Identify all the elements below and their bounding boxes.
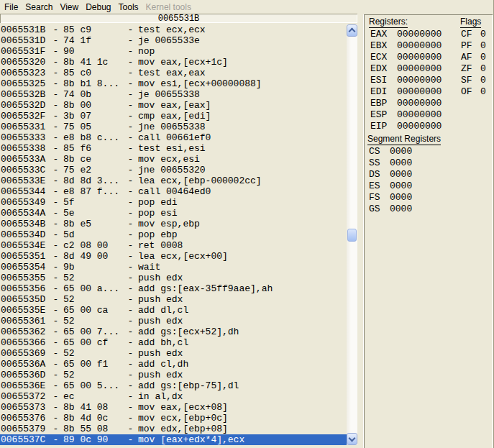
separator: -: [48, 402, 63, 413]
instruction-text: add dl,cl: [138, 305, 188, 316]
disassembly-row[interactable]: 0065536D-52-push edx: [0, 370, 347, 380]
separator: -: [48, 251, 63, 262]
instruction-bytes: 8b 55 08: [63, 424, 123, 434]
scrollbar-thumb[interactable]: [347, 229, 357, 242]
instruction-text: add gs:[ebp-75],dl: [138, 380, 239, 391]
disassembly-row[interactable]: 00655354-9b-wait: [0, 262, 347, 273]
disassembly-row[interactable]: 00655344-e8 87 f...-call 00464ed0: [0, 186, 347, 197]
disassembly-row[interactable]: 0065532B-74 0b-je 00655338: [0, 89, 347, 100]
menu-item[interactable]: Kernel tools: [142, 1, 195, 13]
separator: -: [123, 24, 138, 35]
disassembly-row[interactable]: 00655356-65 00 a...-add gs:[eax-35ff9aae…: [0, 283, 347, 294]
separator: -: [48, 316, 63, 326]
register-name: EAX: [370, 29, 397, 40]
instruction-text: test eax,eax: [138, 68, 206, 78]
instruction-address: 00655366: [1, 337, 48, 348]
register-name: EDX: [370, 63, 397, 75]
disassembly-row[interactable]: 00655338-85 f6-test esi,esi: [0, 143, 347, 154]
instruction-address: 0065534D: [1, 229, 48, 240]
separator: -: [123, 413, 138, 424]
disassembly-row[interactable]: 0065533E-8d 8d 3...-lea ecx,[ebp-000002c…: [0, 175, 347, 186]
disassembly-row[interactable]: 00655372-ec-in al,dx: [0, 391, 347, 402]
disassembly-row[interactable]: 00655376-8b 4d 0c-mov ecx,[ebp+0c]: [0, 413, 347, 424]
instruction-bytes: 65 00 f1: [63, 359, 123, 370]
instruction-address: 00655362: [1, 326, 48, 337]
separator: -: [48, 337, 63, 348]
disassembly-row[interactable]: 00655361-52-push edx: [0, 316, 347, 326]
disassembly-row[interactable]: 0065535D-52-push edx: [0, 294, 347, 305]
instruction-address: 00655376: [1, 413, 48, 424]
disassembly-row[interactable]: 0065534E-c2 08 00-ret 0008: [0, 240, 347, 251]
scroll-up-button[interactable]: [347, 24, 357, 37]
disassembly-row[interactable]: 0065533C-75 e2-jne 00655320: [0, 165, 347, 175]
separator: -: [48, 219, 63, 229]
disassembly-row[interactable]: 00655349-5f-pop edi: [0, 197, 347, 208]
menu-item[interactable]: Debug: [82, 1, 114, 13]
disassembly-row[interactable]: 00655323-85 c0-test eax,eax: [0, 68, 347, 78]
instruction-text: mov esp,ebp: [138, 219, 200, 229]
separator: -: [123, 122, 138, 132]
instruction-address: 00655349: [1, 197, 48, 208]
instruction-bytes: 8b b1 8...: [63, 78, 123, 89]
disassembly-row[interactable]: 0065532D-8b 00-mov eax,[eax]: [0, 100, 347, 111]
instruction-text: je 0065533e: [138, 35, 200, 46]
instruction-address: 0065534B: [1, 219, 48, 229]
disassembly-row[interactable]: 00655373-8b 41 08-mov eax,[ecx+08]: [0, 402, 347, 413]
disassembly-row[interactable]: 00655362-65 00 7...-add gs:[ecx+52],dh: [0, 326, 347, 337]
disassembly-row[interactable]: 00655351-8d 49 00-lea ecx,[ecx+00]: [0, 251, 347, 262]
disassembly-row[interactable]: 00655355-52-push edx: [0, 273, 347, 283]
disassembly-row[interactable]: 00655333-e8 b8 c...-call 00661ef0: [0, 132, 347, 143]
instruction-text: push edx: [138, 316, 183, 326]
disassembly-row[interactable]: 0065536E-65 00 5...-add gs:[ebp-75],dl: [0, 380, 347, 391]
menu-item[interactable]: Search: [22, 1, 56, 13]
register-row: ECX00000000: [370, 52, 442, 63]
instruction-bytes: 52: [63, 370, 123, 380]
address-input[interactable]: 0065531B: [0, 14, 357, 23]
disassembly-row[interactable]: 0065536A-65 00 f1-add cl,dh: [0, 359, 347, 370]
disassembly-row[interactable]: 0065531D-74 1f-je 0065533e: [0, 35, 347, 46]
menu-item[interactable]: View: [56, 1, 82, 13]
register-row: EDI00000000: [370, 86, 442, 98]
disassembly-row[interactable]: 00655366-65 00 cf-add bh,cl: [0, 337, 347, 348]
disassembly-panel: 0065531B 0065531B-85 c9-test ecx,ecx 006…: [0, 14, 358, 448]
disassembly-row[interactable]: 00655369-52-push edx: [0, 348, 347, 359]
instruction-address: 00655379: [1, 424, 48, 434]
separator: -: [123, 46, 138, 57]
disassembly-row[interactable]: 00655379-8b 55 08-mov edx,[ebp+08]: [0, 424, 347, 434]
instruction-text: in al,dx: [138, 391, 183, 402]
disassembly-row[interactable]: 0065534B-8b e5-mov esp,ebp: [0, 219, 347, 229]
disassembly-row[interactable]: 0065534D-5d-pop ebp: [0, 229, 347, 240]
disassembly-row[interactable]: 0065531B-85 c9-test ecx,ecx: [0, 24, 347, 35]
disassembly-row[interactable]: 0065537C-89 0c 90-mov [eax+edx*4],ecx: [0, 434, 347, 445]
disassembly-row[interactable]: 0065533A-8b ce-mov ecx,esi: [0, 154, 347, 165]
instruction-address: 00655351: [1, 251, 48, 262]
separator: -: [48, 434, 63, 445]
instruction-bytes: 74 1f: [63, 35, 123, 46]
disassembly-row[interactable]: 0065534A-5e-pop esi: [0, 208, 347, 219]
vertical-scrollbar[interactable]: [347, 24, 357, 445]
disassembly-row[interactable]: 0065535E-65 00 ca-add dl,cl: [0, 305, 347, 316]
flag-value: 0: [480, 52, 486, 63]
instruction-address: 0065534A: [1, 208, 48, 219]
flag-row: AF0: [461, 52, 486, 63]
instruction-bytes: 65 00 7...: [63, 326, 123, 337]
menu-item[interactable]: File: [1, 1, 22, 13]
disassembly-row[interactable]: 00655325-8b b1 8...-mov esi,[ecx+0000008…: [0, 78, 347, 89]
disassembly-row[interactable]: 00655331-75 05-jne 00655338: [0, 122, 347, 132]
instruction-bytes: 5d: [63, 229, 123, 240]
separator: -: [48, 380, 63, 391]
register-name: EIP: [370, 121, 397, 132]
instruction-address: 0065533A: [1, 154, 48, 165]
register-row: EBX00000000: [370, 40, 442, 52]
disassembly-row[interactable]: 0065532F-3b 07-cmp eax,[edi]: [0, 111, 347, 122]
scroll-down-button[interactable]: [347, 433, 357, 445]
disassembly-row[interactable]: 0065531F-90-nop: [0, 46, 347, 57]
separator: -: [48, 100, 63, 111]
registers-heading: Registers:: [369, 17, 408, 28]
separator: -: [48, 229, 63, 240]
instruction-bytes: 75 05: [63, 122, 123, 132]
segment-register-row: SS0000: [369, 157, 412, 169]
disassembly-row[interactable]: 00655320-8b 41 1c-mov eax,[ecx+1c]: [0, 57, 347, 68]
menu-item[interactable]: Tools: [115, 1, 142, 13]
instruction-bytes: 8d 49 00: [63, 251, 123, 262]
